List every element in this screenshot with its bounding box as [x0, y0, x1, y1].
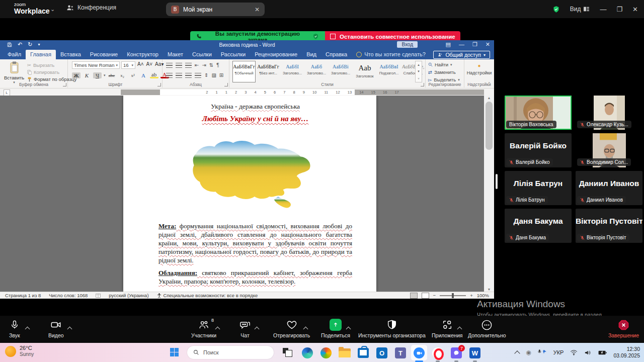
tab-references[interactable]: Ссылки [188, 50, 216, 59]
scroll-down-icon[interactable]: ▼ [484, 288, 494, 291]
edge-icon[interactable] [301, 346, 314, 359]
panel-resize-handle[interactable] [496, 174, 498, 189]
participant-tile[interactable]: Олександр Кузь... [576, 96, 642, 130]
tray-mic-location-icons[interactable] [538, 348, 547, 357]
share-screen-button[interactable]: Поделиться [321, 319, 350, 338]
scroll-up-icon[interactable]: ▲ [484, 96, 494, 100]
word-app-icon[interactable]: W [468, 346, 481, 359]
tab-file[interactable]: Файл [3, 50, 26, 59]
tab-mailings[interactable]: Рассылки [216, 50, 250, 59]
tab-layout[interactable]: Макет [163, 50, 188, 59]
participants-button[interactable]: 8 Участники [191, 319, 216, 338]
zoom-slider[interactable] [440, 295, 466, 296]
battery-icon[interactable] [598, 350, 607, 355]
style-heading3[interactable]: АаБбВіЗаголово... [329, 61, 352, 82]
viber-icon[interactable]: 7 [450, 346, 463, 359]
word-restore-button[interactable]: ❐ [472, 41, 477, 48]
end-meeting-button[interactable]: Завершение [608, 319, 639, 338]
style-normal[interactable]: АаБбВвГг¶Обычный [232, 61, 256, 82]
zoom-app-icon[interactable] [413, 346, 426, 359]
collapse-ribbon-icon[interactable]: ⌃ [487, 81, 491, 86]
tab-home[interactable]: Главная [26, 50, 56, 59]
tab-review[interactable]: Рецензирование [250, 50, 302, 59]
copy-button[interactable]: Копировать [27, 69, 59, 75]
participant-tile[interactable]: Володимир Сол... [576, 133, 642, 167]
shading-icon[interactable]: ▨ [211, 72, 216, 78]
decrease-indent-icon[interactable]: ⇤ [195, 62, 199, 68]
print-layout-icon[interactable] [410, 293, 418, 299]
host-tools-button[interactable]: Инструменты организатора [358, 319, 426, 338]
tab-help[interactable]: Справка [321, 50, 352, 59]
paste-button[interactable]: Вставить ▾ [4, 61, 24, 84]
find-button[interactable]: Найти▾ [428, 62, 452, 67]
tab-design[interactable]: Конструктор [122, 50, 163, 59]
vertical-scrollbar[interactable]: ▲ ▼ [484, 96, 494, 292]
participant-tile[interactable]: Даниил Иванов Даниил Иванов [576, 171, 642, 205]
audio-options-chevron[interactable] [25, 327, 30, 332]
language-indicator[interactable]: УКР [553, 349, 564, 355]
style-heading2[interactable]: АаБбЗаголово... [305, 61, 328, 82]
participants-options-chevron[interactable] [215, 327, 220, 332]
dialog-launcher-icon[interactable] [63, 83, 66, 86]
language-indicator[interactable]: русский (Украина) [109, 293, 148, 298]
zoom-out-icon[interactable]: − [433, 293, 436, 298]
strikethrough-button[interactable]: abc [108, 73, 116, 78]
bold-button[interactable]: Ж [72, 72, 80, 78]
tell-me-box[interactable]: Что вы хотите сделать? [352, 50, 430, 59]
participant-tile[interactable]: Валерій Бойко Валерій Бойко [505, 133, 572, 167]
underline-button[interactable]: Ч [93, 72, 102, 78]
subscript-button[interactable]: x₂ [118, 73, 127, 78]
close-button[interactable]: ✕ [632, 6, 638, 13]
font-name-combobox[interactable]: Times New Roman▾ [72, 61, 120, 69]
weather-widget[interactable]: 26°C Sunny [5, 345, 34, 357]
file-explorer-icon[interactable] [338, 346, 351, 359]
chevron-down-icon[interactable]: ▾ [104, 73, 106, 77]
chat-button[interactable]: Чат [239, 319, 251, 338]
scrollbar-thumb[interactable] [486, 102, 493, 150]
accessibility-status[interactable]: Специальные возможности: все в порядке [157, 293, 258, 298]
participant-tile[interactable]: Даня Бакума Даня Бакума [505, 209, 572, 243]
multilevel-list-icon[interactable] [185, 63, 192, 68]
audio-button[interactable]: Звук [9, 319, 20, 338]
grow-font-button[interactable]: А˄ [137, 61, 144, 67]
participant-tile[interactable]: Лілія Батрун Лілія Батрун [505, 171, 572, 205]
participant-tile[interactable]: Вікторія Пустовіт Вікторія Пустовіт [576, 209, 642, 243]
dialog-launcher-icon[interactable] [421, 83, 424, 86]
word-minimize-button[interactable]: — [459, 41, 464, 48]
start-button[interactable] [170, 348, 179, 356]
style-title[interactable]: AabЗаголовок [353, 61, 376, 82]
wifi-icon[interactable] [570, 349, 578, 355]
zoom-slider-knob[interactable] [452, 293, 454, 298]
tray-app-icon[interactable]: ◉ [526, 349, 531, 356]
font-size-combobox[interactable]: 16▾ [121, 61, 135, 69]
align-left-icon[interactable] [166, 73, 173, 78]
task-view-button[interactable] [283, 348, 292, 356]
teams-icon[interactable]: T [394, 346, 407, 359]
dialog-launcher-icon[interactable] [224, 83, 228, 86]
zoom-in-icon[interactable]: + [470, 293, 473, 298]
copilot-icon[interactable] [319, 346, 333, 359]
show-marks-icon[interactable]: ¶ [216, 62, 219, 68]
video-button[interactable]: Видео [48, 319, 64, 338]
style-heading1[interactable]: АаБбІЗаголово... [281, 61, 304, 82]
opera-icon[interactable] [431, 346, 444, 359]
react-options-chevron[interactable] [303, 327, 308, 332]
restore-button[interactable]: ❐ [616, 6, 622, 13]
bullets-icon[interactable] [166, 63, 173, 68]
line-spacing-icon[interactable]: ⇕ [204, 72, 208, 78]
style-subtitle[interactable]: АаБбВвІПодзагол... [377, 61, 400, 82]
shrink-font-button[interactable]: А˅ [146, 61, 153, 67]
tab-meeting[interactable]: Конференция [66, 4, 116, 11]
apps-options-chevron[interactable] [457, 327, 462, 332]
page-indicator[interactable]: Страница 1 из 8 [5, 293, 41, 298]
tab-view[interactable]: Вид [302, 50, 321, 59]
styles-gallery-scroll[interactable]: ▲▼▿ [415, 61, 422, 82]
more-button[interactable]: Дополнительно [468, 319, 506, 338]
numbering-icon[interactable] [176, 63, 182, 68]
hidden-icons-chevron[interactable] [515, 350, 520, 356]
zoom-level[interactable]: 100% [477, 293, 489, 298]
justify-icon[interactable] [195, 73, 201, 78]
italic-button[interactable]: К [83, 72, 91, 78]
chevron-down-icon[interactable]: ⌄ [50, 6, 55, 13]
proofing-icon[interactable] [96, 293, 101, 298]
